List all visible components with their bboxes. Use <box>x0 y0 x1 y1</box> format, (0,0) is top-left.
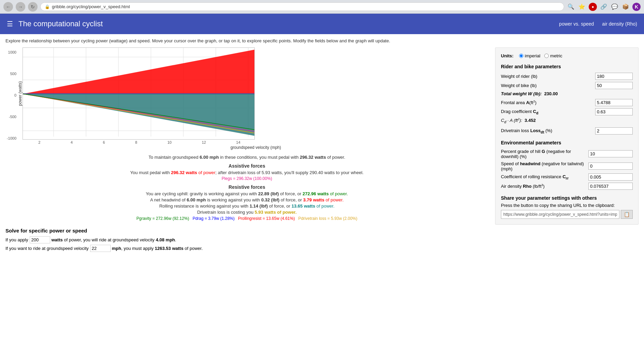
solve-section: Solve for specific power or speed If you… <box>5 228 488 252</box>
stats-line: Pgravity = 272.96w (92.12%) Pdrag = 3.79… <box>5 216 488 221</box>
nav-power-vs-speed[interactable]: power vs. speed <box>559 21 594 27</box>
share-desc: Press the button to copy the sharing URL… <box>501 203 633 208</box>
y-tick-0: 0 <box>14 93 16 97</box>
weight-bike-input[interactable] <box>595 82 633 89</box>
left-panel: 1000 500 0 -500 -1000 power (watts) <box>5 47 488 253</box>
nav-air-density[interactable]: air density (Rho) <box>602 21 637 27</box>
app-nav: power vs. speed air density (Rho) <box>559 21 637 27</box>
rolling-resist-input[interactable] <box>588 173 633 181</box>
search-icon[interactable]: 🔍 <box>567 3 575 11</box>
back-button[interactable]: ← <box>3 2 13 12</box>
extension-icon-red[interactable]: ● <box>589 3 597 11</box>
solve-speed-line: If you want to ride at groundspeed veloc… <box>5 245 488 252</box>
browser-icons: 🔍 ⭐ ● 🔗 💬 📦 K <box>567 3 641 11</box>
chart-container[interactable]: 1000 500 0 -500 -1000 power (watts) <box>5 47 488 150</box>
x-axis-labels: 2 4 6 8 10 12 14 <box>23 140 255 144</box>
rolling-line: Rolling resistance is working against yo… <box>5 203 488 209</box>
content-layout: 1000 500 0 -500 -1000 power (watts) <box>5 47 639 253</box>
headwind-line: A net headwind of 6.00 mph is working ag… <box>5 197 488 202</box>
share-section: Share your parameter settings with other… <box>501 195 633 219</box>
rider-params-section: Rider and bike parameters Weight of ride… <box>501 64 633 135</box>
air-density-input[interactable] <box>588 183 633 190</box>
drag-coeff-row: Drag coefficient Cd <box>501 108 633 115</box>
extension-icon-chat[interactable]: 💬 <box>611 3 619 11</box>
total-weight-value: 230.00 <box>544 91 558 96</box>
solve-title: Solve for specific power or speed <box>5 228 488 234</box>
solve-power-line: If you apply 200 watts of power, you wil… <box>5 236 488 243</box>
profile-icon[interactable]: K <box>632 3 641 11</box>
app-header: ☰ The computational cyclist power vs. sp… <box>0 14 644 34</box>
headwind-input[interactable] <box>588 163 633 170</box>
extension-icon-box[interactable]: 📦 <box>621 3 630 11</box>
units-metric-radio[interactable] <box>544 54 549 58</box>
grade-row: Percent grade of hill G (negative for do… <box>501 149 633 159</box>
y-tick-neg1000: -1000 <box>7 136 16 140</box>
description: Explore the relationship between your cy… <box>5 38 639 43</box>
headwind-label: Speed of headwind (negative for tailwind… <box>501 161 588 171</box>
solve-power-prefix: If you apply <box>5 237 28 242</box>
headwind-row: Speed of headwind (negative for tailwind… <box>501 161 633 171</box>
forward-button[interactable]: → <box>16 2 25 12</box>
chart-svg[interactable] <box>23 47 255 140</box>
app-title: The computational cyclist <box>18 19 554 28</box>
drivetrain-loss-label: Drivetrain loss Lossdt (%) <box>501 128 595 134</box>
x-tick-8: 8 <box>135 140 137 144</box>
frontal-area-input[interactable] <box>595 99 633 106</box>
main-content: Explore the relationship between your cy… <box>0 34 644 339</box>
grade-input[interactable] <box>588 150 633 157</box>
units-imperial-text: imperial <box>525 53 541 58</box>
total-weight-row: Total weight W (lb): 230.00 <box>501 91 633 96</box>
units-row: Units: imperial metric <box>501 53 633 58</box>
units-metric-label[interactable]: metric <box>544 53 562 58</box>
rider-params-title: Rider and bike parameters <box>501 64 633 69</box>
drivetrain-line: Drivetrain loss is costing you 5.93 watt… <box>5 210 488 215</box>
rolling-resist-label: Coefficient of rolling resistance Crr <box>501 174 588 180</box>
teal-area <box>23 94 255 136</box>
y-tick-500: 500 <box>10 72 16 76</box>
drag-coeff-label: Drag coefficient Cd <box>501 109 595 115</box>
groundspeed-value: 6.00 <box>200 155 208 160</box>
hamburger-menu[interactable]: ☰ <box>7 20 13 28</box>
units-radio-group: imperial metric <box>519 53 562 58</box>
x-tick-2: 2 <box>38 140 40 144</box>
solve-speed-suffix: mph, you must apply 1263.53 watts of pow… <box>112 246 203 251</box>
units-label: Units: <box>501 53 514 58</box>
cda-row: Cd · A (ft2): 3.452 <box>501 117 633 124</box>
browser-chrome: ← → ↻ 🔒 gribble.org/cycling/power_v_spee… <box>0 0 644 14</box>
units-metric-text: metric <box>550 53 562 58</box>
lock-icon: 🔒 <box>45 4 50 9</box>
share-url-row: 📋 <box>501 210 633 219</box>
solve-speed-prefix: If you want to ride at groundspeed veloc… <box>5 246 89 251</box>
x-tick-10: 10 <box>167 140 171 144</box>
solve-power-input[interactable]: 200 <box>30 236 50 243</box>
weight-rider-row: Weight of rider (lb) <box>501 73 633 80</box>
bookmark-icon[interactable]: ⭐ <box>578 3 586 11</box>
units-imperial-radio[interactable] <box>519 54 523 58</box>
url-text: gribble.org/cycling/power_v_speed.html <box>52 4 130 9</box>
weight-rider-input[interactable] <box>595 73 633 80</box>
weight-rider-label: Weight of rider (lb) <box>501 74 595 79</box>
air-density-row: Air density Rho (lb/ft3) <box>501 183 633 190</box>
solve-speed-input[interactable]: 22 <box>90 245 111 252</box>
right-panel: Units: imperial metric Rider a <box>495 47 639 253</box>
weight-bike-row: Weight of bike (lb) <box>501 82 633 89</box>
share-url-input[interactable] <box>501 210 619 219</box>
drag-coeff-input[interactable] <box>595 108 633 115</box>
y-tick-1000: 1000 <box>8 50 16 54</box>
controls-panel: Units: imperial metric Rider a <box>495 47 639 225</box>
reload-button[interactable]: ↻ <box>28 2 38 12</box>
units-imperial-label[interactable]: imperial <box>519 53 541 58</box>
analysis-section: To maintain groundspeed 6.00 mph in thes… <box>5 155 488 221</box>
x-tick-12: 12 <box>202 140 206 144</box>
cda-value: 3.452 <box>524 118 536 123</box>
env-params-section: Environmental parameters Percent grade o… <box>501 140 633 190</box>
frontal-area-row: Frontal area A(ft2) <box>501 99 633 106</box>
x-axis-title: groundspeed velocity (mph) <box>23 145 488 150</box>
drivetrain-loss-input[interactable] <box>595 127 633 135</box>
address-bar[interactable]: 🔒 gribble.org/cycling/power_v_speed.html <box>40 2 564 11</box>
extension-icon-green[interactable]: 🔗 <box>600 3 608 11</box>
share-title: Share your parameter settings with other… <box>501 195 633 201</box>
copy-button[interactable]: 📋 <box>621 210 633 219</box>
assistive-title: Assistive forces <box>5 163 488 169</box>
total-weight-label: Total weight W (lb): <box>501 91 542 96</box>
